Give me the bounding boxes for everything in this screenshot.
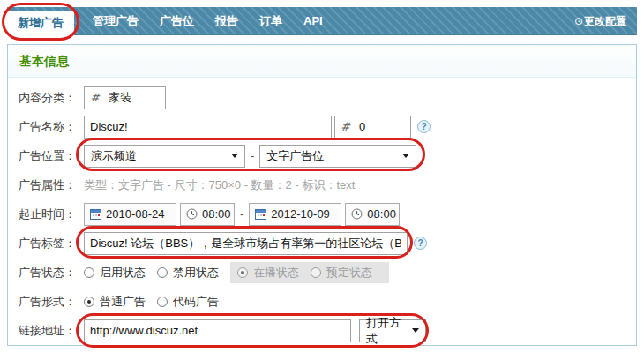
start-time-field[interactable]: 08:00 xyxy=(180,203,235,226)
tab-orders[interactable]: 订单 xyxy=(249,7,293,35)
hash-prefix: # xyxy=(90,91,100,104)
ad-form: 内容分类： # 家装 广告名称： # 0 ? 广告位置： xyxy=(8,78,636,345)
start-date-field[interactable]: 2010-08-24 xyxy=(84,203,176,226)
help-icon[interactable]: ? xyxy=(414,237,427,250)
start-time-value: 08:00 xyxy=(202,207,231,221)
radio-status-enabled-label[interactable]: 启用状态 xyxy=(100,265,146,281)
separator-dash: - xyxy=(240,207,243,221)
radio-status-scheduled xyxy=(311,267,321,278)
hash-prefix: # xyxy=(341,120,350,133)
row-ad-name: 广告名称： # 0 ? xyxy=(8,112,636,141)
content-category-field[interactable]: # 家装 xyxy=(84,86,166,109)
ad-attributes-value: 类型：文字广告 - 尺寸：750×0 - 数量：2 - 标识：text xyxy=(84,177,355,193)
chevron-down-icon xyxy=(402,154,409,158)
link-url-label: 链接地址： xyxy=(19,323,84,339)
ad-name-label: 广告名称： xyxy=(19,119,84,135)
ad-form-type-label: 广告形式： xyxy=(19,294,84,310)
row-ad-position: 广告位置： 演示频道 - 文字广告位 xyxy=(8,141,636,170)
radio-status-disabled[interactable] xyxy=(157,267,168,278)
tab-api[interactable]: API xyxy=(293,7,333,35)
tab-ad-slots[interactable]: 广告位 xyxy=(149,7,205,35)
bullseye-icon: ⊙ xyxy=(574,15,583,27)
radio-normal-ad-label[interactable]: 普通广告 xyxy=(100,294,146,310)
ad-order-value: 0 xyxy=(359,120,365,133)
ad-tag-input[interactable] xyxy=(84,232,408,255)
clock-icon xyxy=(351,208,363,220)
radio-normal-ad[interactable] xyxy=(84,297,94,307)
row-ad-tag: 广告标签： ? xyxy=(8,229,636,258)
row-content-category: 内容分类： # 家装 xyxy=(8,83,636,112)
calendar-icon xyxy=(255,208,266,220)
chevron-down-icon xyxy=(412,328,419,333)
channel-select-value: 演示频道 xyxy=(91,148,137,164)
channel-select[interactable]: 演示频道 xyxy=(84,145,245,168)
change-config-label: 更改配置 xyxy=(584,15,626,27)
end-date-field[interactable]: 2012-10-09 xyxy=(249,203,341,226)
ad-attributes-label: 广告属性： xyxy=(19,177,84,193)
row-link-url: 链接地址： 打开方式 xyxy=(8,316,636,345)
end-time-field[interactable]: 08:00 xyxy=(345,203,400,226)
calendar-icon xyxy=(90,208,101,220)
tab-new-ad[interactable]: 新增广告 xyxy=(7,11,74,35)
top-navbar: 新增广告 管理广告 广告位 报告 订单 API ⊙更改配置 xyxy=(7,7,637,35)
separator-dash: - xyxy=(251,149,254,162)
change-config-link[interactable]: ⊙更改配置 xyxy=(567,7,633,35)
nav-tabs: 管理广告 广告位 报告 订单 API xyxy=(82,7,333,35)
radio-status-scheduled-label: 预定状态 xyxy=(326,265,372,281)
ad-order-field[interactable]: # 0 xyxy=(334,116,411,139)
clock-icon xyxy=(186,208,198,220)
open-mode-select[interactable]: 打开方式 xyxy=(359,319,426,342)
slot-select-value: 文字广告位 xyxy=(266,148,324,164)
row-time-range: 起止时间： 2010-08-24 08:00 - 2012-10-09 08:0… xyxy=(8,199,636,229)
ad-position-label: 广告位置： xyxy=(19,148,84,164)
open-mode-value: 打开方式 xyxy=(366,315,405,347)
row-ad-attributes: 广告属性： 类型：文字广告 - 尺寸：750×0 - 数量：2 - 标识：tex… xyxy=(8,170,636,199)
radio-status-enabled[interactable] xyxy=(84,267,94,278)
tab-manage-ads[interactable]: 管理广告 xyxy=(82,7,149,35)
end-time-value: 08:00 xyxy=(367,207,396,221)
radio-status-onair xyxy=(237,267,248,278)
row-ad-form-type: 广告形式： 普通广告 代码广告 xyxy=(8,287,636,316)
ad-status-label: 广告状态： xyxy=(19,265,84,281)
slot-select[interactable]: 文字广告位 xyxy=(259,145,416,168)
time-range-label: 起止时间： xyxy=(19,207,84,222)
radio-code-ad[interactable] xyxy=(157,297,168,307)
section-title: 基本信息 xyxy=(8,45,636,78)
link-url-input[interactable] xyxy=(84,319,351,342)
radio-code-ad-label[interactable]: 代码广告 xyxy=(173,294,219,310)
ad-tag-label: 广告标签： xyxy=(19,236,84,252)
start-date-value: 2010-08-24 xyxy=(106,207,165,221)
chevron-down-icon xyxy=(231,154,238,158)
content-category-label: 内容分类： xyxy=(19,90,84,106)
content-category-value: 家装 xyxy=(109,90,131,106)
status-disabled-group: 在播状态 预定状态 xyxy=(230,262,389,283)
radio-status-onair-label: 在播状态 xyxy=(253,265,299,281)
radio-status-disabled-label[interactable]: 禁用状态 xyxy=(173,265,219,281)
end-date-value: 2012-10-09 xyxy=(271,207,330,221)
help-icon[interactable]: ? xyxy=(417,120,431,133)
tab-reports[interactable]: 报告 xyxy=(205,7,249,35)
ad-name-input[interactable] xyxy=(84,116,332,139)
row-ad-status: 广告状态： 启用状态 禁用状态 在播状态 预定状态 xyxy=(8,258,636,287)
page: 新增广告 管理广告 广告位 报告 订单 API ⊙更改配置 基本信息 内容分类：… xyxy=(0,0,644,353)
basic-info-panel: 基本信息 内容分类： # 家装 广告名称： # 0 ? xyxy=(7,44,637,346)
